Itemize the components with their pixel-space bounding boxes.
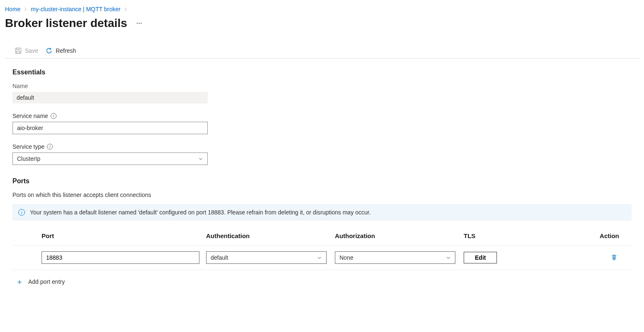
authentication-select[interactable]: default [206,251,327,264]
col-tls: TLS [460,228,560,246]
add-port-entry-label: Add port entry [28,278,65,285]
delete-row-button[interactable] [609,252,619,263]
port-input[interactable] [42,251,199,264]
chevron-right-icon [24,7,27,11]
save-button[interactable]: Save [15,47,38,54]
breadcrumb-instance[interactable]: my-cluster-instance | MQTT broker [31,6,120,12]
chevron-down-icon [317,255,322,260]
col-port: Port [12,228,203,246]
breadcrumb: Home my-cluster-instance | MQTT broker [5,6,639,12]
col-action: Action [560,228,632,246]
svg-rect-1 [17,48,19,50]
service-name-label: Service name i [12,113,632,119]
plus-icon: ＋ [16,277,23,287]
save-label: Save [25,47,38,54]
service-name-input[interactable] [12,122,208,134]
col-authorization: Authorization [332,228,460,246]
info-icon: i [18,209,25,216]
ports-heading: Ports [12,177,632,185]
service-type-select[interactable]: ClusterIp [12,152,208,165]
breadcrumb-home[interactable]: Home [5,6,20,12]
name-value: default [12,92,208,103]
refresh-icon [46,47,52,54]
page-title: Broker listener details [5,17,127,30]
authorization-value: None [339,254,353,261]
trash-icon [611,256,617,262]
chevron-right-icon [124,7,128,11]
authorization-select[interactable]: None [335,251,455,264]
toolbar: Save Refresh [5,45,639,59]
info-icon[interactable]: i [47,144,53,150]
col-authentication: Authentication [203,228,332,246]
service-type-value: ClusterIp [17,155,40,162]
ports-description: Ports on which this listener accepts cli… [12,192,632,198]
more-actions-button[interactable]: ⋯ [134,18,145,28]
tls-edit-button[interactable]: Edit [464,252,497,263]
refresh-button[interactable]: Refresh [46,47,76,54]
essentials-heading: Essentials [12,69,632,76]
authentication-value: default [211,254,228,261]
table-row: default None Edit [12,246,632,270]
save-icon [15,47,22,54]
chevron-down-icon [446,255,451,260]
ports-table: Port Authentication Authorization TLS Ac… [12,228,632,270]
service-type-label: Service type i [12,143,632,150]
chevron-down-icon [198,156,203,161]
info-icon[interactable]: i [51,113,57,119]
ports-banner-text: Your system has a default listener named… [30,209,371,216]
add-port-entry-button[interactable]: ＋ Add port entry [12,270,632,287]
ports-info-banner: i Your system has a default listener nam… [12,204,632,221]
svg-rect-2 [17,51,20,53]
refresh-label: Refresh [56,47,76,54]
name-label: Name [12,83,632,89]
